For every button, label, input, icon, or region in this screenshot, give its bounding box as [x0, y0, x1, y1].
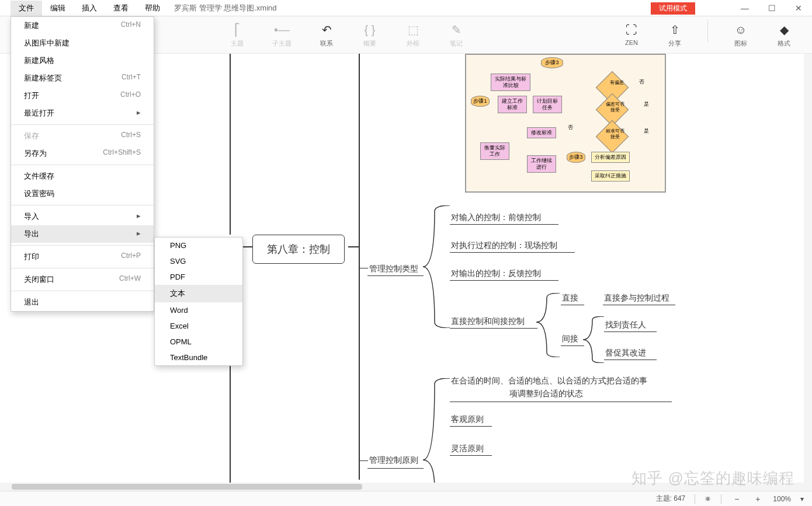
menu-import[interactable]: 导入▸ — [11, 208, 154, 225]
menu-set-password[interactable]: 设置密码 — [11, 185, 154, 203]
format-icon: ◆ — [776, 22, 792, 38]
window-controls: — ☐ ✕ — [731, 0, 812, 16]
note-icon: ✎ — [448, 22, 464, 38]
menu-recent[interactable]: 最近打开▸ — [11, 104, 154, 122]
menu-print[interactable]: 打印Ctrl+P — [11, 248, 154, 266]
menu-file[interactable]: 文件 — [11, 1, 42, 16]
chevron-down-icon[interactable]: ▾ — [800, 495, 804, 503]
summary-button[interactable]: { } 概要 — [359, 19, 380, 50]
principle-2[interactable]: 灵活原则 — [451, 444, 484, 454]
central-topic[interactable]: 第八章：控制 — [252, 235, 345, 264]
file-menu-dropdown: 新建Ctrl+N 从图库中新建 新建风格 新建标签页Ctrl+T 打开Ctrl+… — [11, 16, 154, 312]
status-bar: 主题: 647 ⛯ − + 100% ▾ — [0, 491, 812, 506]
subtopic-button[interactable]: •— 子主题 — [270, 19, 294, 50]
export-excel[interactable]: Excel — [155, 318, 242, 334]
minimize-button[interactable]: — — [731, 0, 758, 16]
export-svg[interactable]: SVG — [155, 253, 242, 269]
vertical-scrollbar[interactable] — [804, 54, 812, 491]
menu-save: 保存Ctrl+S — [11, 127, 154, 145]
control-type-2[interactable]: 对执行过程的控制：现场控制 — [451, 240, 557, 251]
document-title: 罗宾斯 管理学 思维导图.xmind — [174, 3, 277, 13]
smile-icon: ☺ — [733, 22, 749, 38]
menu-save-as[interactable]: 另存为Ctrl+Shift+S — [11, 145, 154, 162]
indirect-2[interactable]: 督促其改进 — [605, 348, 646, 358]
principle-lead2[interactable]: 项调整到合适的状态 — [509, 389, 583, 399]
export-textbundle[interactable]: TextBundle — [155, 350, 242, 365]
export-word[interactable]: Word — [155, 302, 242, 318]
menu-bar: 文件 编辑 插入 查看 帮助 — [0, 1, 168, 16]
map-icon[interactable]: ⛯ — [705, 495, 712, 503]
zen-button[interactable]: ⛶ ZEN — [621, 19, 642, 50]
export-png[interactable]: PNG — [155, 238, 242, 253]
icons-button[interactable]: ☺ 图标 — [730, 19, 751, 50]
maximize-button[interactable]: ☐ — [758, 0, 785, 16]
topic-button[interactable]: ⎡ 主题 — [227, 19, 248, 50]
menu-export[interactable]: 导出▸ — [11, 225, 154, 243]
zoom-level[interactable]: 100% — [773, 495, 791, 503]
close-button[interactable]: ✕ — [785, 0, 812, 16]
export-opml[interactable]: OPML — [155, 334, 242, 350]
horizontal-scrollbar[interactable] — [0, 483, 804, 491]
zoom-out-button[interactable]: − — [731, 494, 742, 504]
export-text[interactable]: 文本 — [155, 285, 242, 302]
menu-new-style[interactable]: 新建风格 — [11, 52, 154, 69]
control-type-1[interactable]: 对输入的控制：前馈控制 — [451, 212, 541, 223]
menu-file-cache[interactable]: 文件缓存 — [11, 167, 154, 185]
brace-icon: { } — [362, 22, 378, 38]
share-icon: ⇧ — [667, 22, 683, 38]
principle-1[interactable]: 客观原则 — [451, 414, 484, 425]
branch-control-principle[interactable]: 管理控制原则 — [369, 455, 418, 466]
export-pdf[interactable]: PDF — [155, 269, 242, 285]
menu-open[interactable]: 打开Ctrl+O — [11, 87, 154, 104]
menu-exit[interactable]: 退出 — [11, 294, 154, 311]
zoom-in-button[interactable]: + — [752, 494, 764, 504]
title-bar: 文件 编辑 插入 查看 帮助 罗宾斯 管理学 思维导图.xmind 试用模式 —… — [0, 0, 812, 16]
boundary-button[interactable]: ⬚ 外框 — [402, 19, 424, 50]
indirect-label[interactable]: 间接 — [562, 334, 578, 344]
topic-icon: ⎡ — [229, 22, 245, 38]
subtopic-icon: •— — [274, 22, 290, 38]
relationship-button[interactable]: ↶ 联系 — [316, 19, 337, 50]
undo-icon: ↶ — [318, 22, 335, 38]
menu-new-tab[interactable]: 新建标签页Ctrl+T — [11, 69, 154, 87]
menu-new-from-library[interactable]: 从图库中新建 — [11, 34, 154, 52]
menu-close-window[interactable]: 关闭窗口Ctrl+W — [11, 271, 154, 288]
menu-help[interactable]: 帮助 — [137, 1, 168, 16]
principle-lead[interactable]: 在合适的时间、合适的地点、以合适的方式把合适的事 — [451, 376, 647, 386]
direct-label[interactable]: 直接 — [562, 293, 578, 303]
direct-desc[interactable]: 直接参与控制过程 — [604, 293, 669, 303]
menu-edit[interactable]: 编辑 — [42, 1, 74, 16]
embedded-flowchart[interactable]: 步骤3 实际结果与标准比较 步骤1 建立工作标准 计划目标任务 衡量实际工作 修… — [465, 54, 666, 193]
share-button[interactable]: ⇧ 分享 — [664, 19, 685, 50]
scroll-thumb[interactable] — [12, 484, 362, 490]
boundary-icon: ⬚ — [405, 22, 421, 38]
topic-count-label: 主题: 647 — [656, 494, 686, 504]
format-button[interactable]: ◆ 格式 — [773, 19, 794, 50]
control-type-3[interactable]: 对输出的控制：反馈控制 — [451, 268, 541, 279]
control-type-4[interactable]: 直接控制和间接控制 — [451, 316, 525, 327]
indirect-1[interactable]: 找到责任人 — [605, 320, 646, 330]
menu-insert[interactable]: 插入 — [74, 1, 105, 16]
zen-icon: ⛶ — [623, 22, 640, 38]
menu-new[interactable]: 新建Ctrl+N — [11, 17, 154, 34]
note-button[interactable]: ✎ 笔记 — [446, 19, 467, 50]
export-submenu: PNG SVG PDF 文本 Word Excel OPML TextBundl… — [154, 237, 243, 366]
trial-mode-badge[interactable]: 试用模式 — [651, 2, 695, 15]
menu-view[interactable]: 查看 — [105, 1, 137, 16]
branch-control-type[interactable]: 管理控制类型 — [369, 264, 418, 274]
